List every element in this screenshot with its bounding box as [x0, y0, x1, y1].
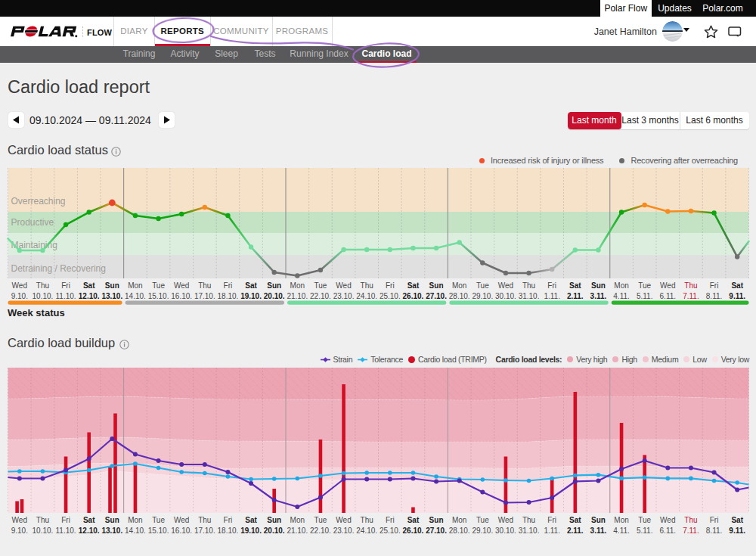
strain-point[interactable] [64, 468, 68, 473]
strain-point[interactable] [318, 495, 323, 500]
strain-point[interactable] [342, 477, 346, 482]
status-point[interactable] [271, 270, 276, 275]
tolerance-point[interactable] [573, 474, 578, 478]
strain-point[interactable] [388, 477, 392, 482]
tolerance-point[interactable] [249, 477, 253, 482]
strain-point[interactable] [434, 480, 438, 484]
tolerance-point[interactable] [619, 477, 624, 481]
status-point[interactable] [364, 247, 369, 252]
strain-point[interactable] [364, 477, 369, 482]
status-point[interactable] [40, 248, 45, 253]
strain-point[interactable] [272, 498, 277, 502]
strain-point[interactable] [87, 457, 91, 461]
tolerance-point[interactable] [272, 477, 277, 481]
status-point[interactable] [109, 200, 116, 207]
strain-point[interactable] [527, 500, 531, 505]
status-point[interactable] [156, 216, 160, 221]
strain-point[interactable] [295, 505, 299, 509]
status-point[interactable] [318, 268, 323, 272]
trimp-bar[interactable] [134, 463, 138, 514]
strain-point[interactable] [550, 495, 554, 500]
strain-point[interactable] [156, 458, 161, 463]
trimp-bar[interactable] [550, 478, 554, 514]
trimp-bar[interactable] [411, 508, 415, 514]
strain-point[interactable] [203, 462, 207, 467]
status-point[interactable] [642, 203, 646, 207]
tolerance-point[interactable] [481, 477, 485, 482]
status-point[interactable] [295, 273, 299, 278]
strain-point[interactable] [249, 481, 253, 486]
strain-point[interactable] [133, 452, 138, 457]
status-point[interactable] [225, 213, 230, 218]
status-point[interactable] [388, 247, 392, 252]
tolerance-point[interactable] [388, 471, 392, 475]
status-point[interactable] [596, 247, 600, 252]
status-point[interactable] [689, 209, 693, 213]
status-point[interactable] [619, 210, 624, 214]
trimp-bar[interactable] [20, 499, 24, 513]
tolerance-point[interactable] [156, 466, 161, 471]
tolerance-point[interactable] [643, 475, 647, 480]
strain-point[interactable] [596, 479, 600, 483]
tolerance-point[interactable] [203, 471, 207, 476]
status-point[interactable] [133, 213, 138, 218]
tolerance-point[interactable] [596, 473, 601, 477]
strain-point[interactable] [503, 501, 508, 505]
tolerance-point[interactable] [434, 474, 438, 479]
status-point[interactable] [64, 222, 68, 227]
strain-point[interactable] [665, 466, 670, 471]
strain-point[interactable] [573, 480, 578, 484]
status-point[interactable] [411, 246, 415, 250]
status-point[interactable] [17, 248, 22, 253]
tolerance-point[interactable] [110, 464, 115, 468]
tolerance-point[interactable] [503, 478, 508, 483]
tolerance-point[interactable] [87, 468, 91, 473]
tolerance-point[interactable] [41, 469, 45, 474]
strain-point[interactable] [480, 490, 485, 495]
tolerance-point[interactable] [735, 480, 739, 485]
tolerance-point[interactable] [666, 477, 671, 481]
status-point[interactable] [526, 271, 531, 275]
trimp-bar[interactable] [574, 392, 578, 513]
strain-point[interactable] [179, 462, 184, 467]
strain-point[interactable] [225, 470, 230, 474]
status-point[interactable] [341, 247, 345, 252]
strain-point[interactable] [735, 488, 739, 492]
tolerance-point[interactable] [411, 471, 416, 475]
tolerance-point[interactable] [179, 470, 184, 474]
cardio-load-buildup-chart[interactable]: Wed9.10.Thu10.10.Fri11.10.Sat12.10.Sun13… [8, 368, 749, 535]
tolerance-point[interactable] [226, 474, 231, 479]
status-point[interactable] [550, 267, 554, 272]
status-point[interactable] [573, 247, 578, 252]
status-point[interactable] [249, 244, 253, 249]
tolerance-point[interactable] [318, 474, 323, 478]
strain-point[interactable] [110, 436, 114, 441]
status-point[interactable] [86, 210, 91, 214]
tolerance-point[interactable] [527, 479, 531, 483]
trimp-bar[interactable] [15, 502, 19, 514]
tolerance-point[interactable] [17, 469, 22, 474]
tolerance-point[interactable] [689, 477, 693, 481]
trimp-bar[interactable] [643, 455, 646, 514]
status-point[interactable] [457, 240, 461, 244]
strain-point[interactable] [689, 466, 693, 471]
strain-point[interactable] [643, 458, 647, 463]
tolerance-point[interactable] [342, 471, 346, 476]
strain-point[interactable] [619, 467, 624, 471]
trimp-bar[interactable] [87, 433, 91, 514]
trimp-bar[interactable] [113, 414, 117, 514]
strain-point[interactable] [712, 471, 717, 475]
trimp-bar[interactable] [64, 457, 68, 514]
strain-point[interactable] [17, 477, 22, 481]
tolerance-point[interactable] [296, 477, 300, 481]
status-point[interactable] [735, 254, 739, 259]
strain-point[interactable] [40, 477, 45, 481]
status-point[interactable] [203, 205, 207, 210]
status-point[interactable] [434, 246, 438, 250]
tolerance-point[interactable] [364, 471, 369, 475]
tolerance-point[interactable] [712, 479, 717, 483]
status-point[interactable] [503, 271, 508, 275]
status-point[interactable] [480, 260, 485, 265]
strain-point[interactable] [411, 477, 415, 481]
tolerance-point[interactable] [550, 477, 554, 481]
